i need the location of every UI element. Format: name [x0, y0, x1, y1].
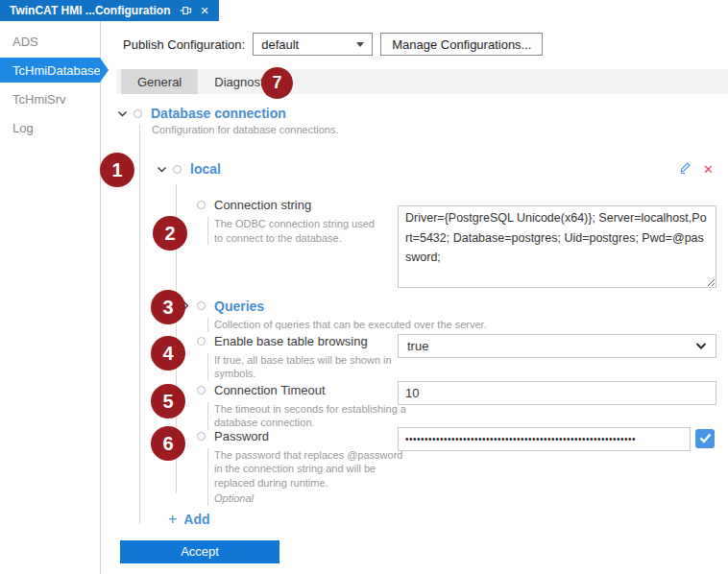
chevron-down-icon[interactable] — [157, 164, 173, 175]
radio-circle-icon — [133, 109, 142, 118]
sidebar-item-tchmidatabase[interactable]: TcHmiDatabase — [0, 58, 100, 83]
property-connection-timeout: Connection Timeout The timeout in second… — [116, 381, 728, 430]
sidebar-item-log[interactable]: Log — [0, 115, 100, 140]
sidebar: ADS TcHmiDatabase TcHmiSrv Log — [0, 21, 101, 574]
connection-timeout-description: The timeout in seconds for establishing … — [207, 402, 414, 430]
radio-circle-icon — [197, 337, 206, 346]
chevron-down-icon[interactable] — [117, 108, 133, 119]
sidebar-item-tchmisrv[interactable]: TcHmiSrv — [0, 86, 100, 111]
property-password: Password The password that replaces @pas… — [116, 427, 728, 506]
tab-general[interactable]: General — [121, 69, 198, 94]
close-icon[interactable]: ✕ — [201, 6, 209, 16]
annotation-badge-4: 4 — [151, 336, 185, 371]
connection-string-textarea[interactable]: Driver={PostgreSQL Unicode(x64)}; Server… — [398, 205, 716, 288]
publish-configuration-row: Publish Configuration: default Manage Co… — [116, 32, 728, 57]
property-queries: Queries Collection of queries that can b… — [116, 297, 728, 332]
delete-x-icon[interactable]: ✕ — [703, 163, 714, 176]
property-main: Password The password that replaces @pas… — [181, 427, 398, 506]
annotation-badge-1: 1 — [100, 153, 134, 187]
property-main: Enable base table browsing If true, all … — [181, 332, 398, 381]
password-enabled-checkbox[interactable] — [695, 429, 715, 448]
manage-configurations-button[interactable]: Manage Configurations... — [380, 33, 543, 56]
publish-configuration-select[interactable]: default — [253, 33, 373, 56]
publish-configuration-label: Publish Configuration: — [123, 37, 245, 52]
add-plus-icon: + — [168, 512, 177, 527]
queries-label[interactable]: Queries — [214, 299, 264, 314]
edit-pencil-icon[interactable] — [678, 160, 692, 179]
sidebar-item-ads[interactable]: ADS — [0, 29, 100, 54]
twincat-hmi-configuration-window: TwinCAT HMI ...Configuration ✕ ADS TcHmi… — [0, 0, 728, 574]
sidebar-item-label: ADS — [12, 35, 38, 49]
pin-icon[interactable] — [180, 5, 192, 16]
annotation-badge-7: 7 — [261, 67, 293, 99]
checkmark-icon — [699, 433, 712, 443]
connection-string-label: Connection string — [214, 198, 311, 212]
radio-circle-icon — [197, 201, 206, 209]
database-connection-label[interactable]: Database connection — [151, 106, 286, 121]
content-panel: Publish Configuration: default Manage Co… — [101, 21, 728, 574]
chevron-down-icon — [695, 342, 707, 350]
property-connection-string: Connection string The ODBC connection st… — [116, 196, 728, 288]
dropdown-arrow-icon — [356, 42, 364, 47]
property-field — [398, 427, 718, 506]
radio-circle-icon — [197, 386, 206, 395]
property-field: true — [398, 332, 718, 381]
sidebar-item-label: TcHmiDatabase — [12, 63, 101, 78]
annotation-badge-6: 6 — [151, 426, 185, 461]
connection-timeout-input[interactable] — [398, 381, 716, 405]
enable-base-table-browsing-value: true — [407, 339, 428, 353]
enable-base-table-browsing-select[interactable]: true — [398, 334, 716, 358]
password-description-text: The password that replaces @password in … — [214, 448, 414, 490]
accept-button[interactable]: Accept — [120, 540, 279, 563]
password-description: The password that replaces @password in … — [207, 448, 414, 506]
database-connection-node[interactable]: Database connection — [116, 104, 728, 123]
database-connection-description: Configuration for database connections. — [152, 123, 728, 138]
document-tab[interactable]: TwinCAT HMI ...Configuration ✕ — [0, 0, 219, 21]
password-label: Password — [214, 429, 269, 443]
property-field — [398, 297, 718, 332]
local-connection-label[interactable]: local — [190, 161, 221, 177]
document-tabbar: TwinCAT HMI ...Configuration ✕ — [0, 0, 728, 21]
local-connection-node[interactable]: local ✕ — [116, 157, 728, 180]
annotation-badge-2: 2 — [153, 216, 187, 251]
property-field — [398, 381, 718, 430]
connection-timeout-label: Connection Timeout — [214, 383, 326, 397]
queries-description: Collection of queries that can be execut… — [207, 318, 398, 332]
property-main: Connection string The ODBC connection st… — [181, 196, 398, 288]
add-label: Add — [183, 512, 209, 527]
publish-configuration-value: default — [261, 37, 299, 52]
sidebar-item-label: Log — [12, 121, 34, 135]
property-main: Queries Collection of queries that can b… — [181, 297, 398, 332]
config-tabstrip: General Diagnostics — [116, 69, 728, 94]
document-tab-title: TwinCAT HMI ...Configuration — [10, 4, 171, 17]
annotation-badge-3: 3 — [151, 290, 185, 324]
connection-string-description: The ODBC connection string used to conne… — [207, 217, 385, 245]
radio-circle-icon — [197, 432, 206, 441]
property-field: Driver={PostgreSQL Unicode(x64)}; Server… — [398, 196, 718, 288]
radio-circle-icon — [197, 301, 206, 310]
property-main: Connection Timeout The timeout in second… — [181, 381, 398, 430]
config-tree: Database connection Configuration for da… — [116, 104, 728, 563]
enable-base-table-browsing-label: Enable base table browsing — [214, 334, 368, 348]
annotation-badge-5: 5 — [151, 384, 185, 419]
add-connection-button[interactable]: + Add — [168, 510, 728, 529]
property-enable-base-table-browsing: Enable base table browsing If true, all … — [116, 332, 728, 381]
sidebar-item-label: TcHmiSrv — [12, 92, 66, 107]
main-area: ADS TcHmiDatabase TcHmiSrv Log Publish C… — [0, 21, 728, 574]
password-optional-label: Optional — [214, 491, 414, 506]
enable-base-table-browsing-description: If true, all base tables will be shown i… — [207, 353, 414, 381]
radio-circle-icon — [173, 165, 182, 174]
password-input[interactable] — [398, 427, 691, 451]
